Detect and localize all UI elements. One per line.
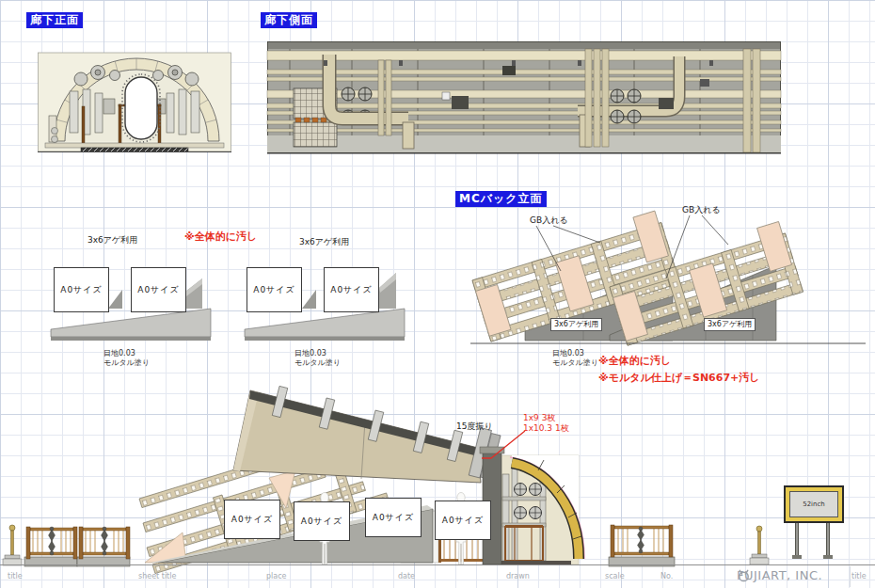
arch-assembly <box>500 455 584 564</box>
view-label-mc-back: MCバック立面 <box>455 191 547 207</box>
step-left-tag: 3x6アゲ利用 <box>88 234 137 246</box>
monitor-frame: 52inch <box>784 485 844 523</box>
view-label-corridor-front: 廊下正面 <box>26 12 83 28</box>
step-left-joint-note: 目地0.03 モルタル塗り <box>103 349 150 368</box>
joint-line1: 目地0.03 <box>552 349 598 358</box>
joint-line1: 目地0.03 <box>103 349 150 358</box>
a0-panel: A0サイズ <box>435 501 491 540</box>
sheet-count-note: 1x9 3枚 1x10.3 1枚 <box>523 413 569 434</box>
view-label-corridor-side: 廊下側面 <box>261 12 317 28</box>
ramp <box>245 309 405 337</box>
field-date: date <box>398 572 415 580</box>
fence-ornament <box>638 527 644 553</box>
mc-wall-tag-right: 3x6アゲ利用 <box>704 318 756 331</box>
step-right-joint-note: 目地0.03 モルタル塗り <box>294 349 341 368</box>
company-logo: FUJIART, INC. <box>737 568 822 582</box>
sheet-count-line2: 1x10.3 1枚 <box>523 423 569 434</box>
joint-line2: モルタル塗り <box>552 358 598 368</box>
gb-note-right: GB入れる <box>682 204 721 216</box>
a0-panel: A0サイズ <box>247 267 302 312</box>
joint-line2: モルタル塗り <box>294 358 341 368</box>
main-elevation-drawing <box>139 384 610 566</box>
mc-red-note-1: ※全体的に汚し <box>598 354 671 368</box>
fence-ornament <box>49 527 108 555</box>
joint-line1: 目地0.03 <box>294 349 341 358</box>
bollard <box>750 526 769 564</box>
field-no: No. <box>660 572 673 580</box>
monitor-screen: 52inch <box>789 491 838 517</box>
field-drawn: drawn <box>506 572 530 580</box>
mc-red-note-2: ※モルタル仕上げ＝SN667+汚し <box>598 371 760 385</box>
step-right-tag: 3x6アゲ利用 <box>299 236 349 248</box>
monitor-foot-right <box>823 555 833 559</box>
hatched-base <box>81 148 188 152</box>
a0-panel: A0サイズ <box>54 267 109 312</box>
monitor-foot-left <box>792 555 802 559</box>
a0-panel: A0サイズ <box>365 498 422 537</box>
step-shadow <box>108 290 122 309</box>
floor-slab <box>45 143 224 148</box>
gb-note-left: GB入れる <box>530 215 568 227</box>
fujiart-logo-icon <box>737 568 751 582</box>
a0-panel: A0サイズ <box>294 501 350 541</box>
tilted-plane <box>233 386 501 483</box>
monitor-leg-left <box>795 523 799 555</box>
fence-left-drawing <box>2 523 134 570</box>
corridor-front-drawing <box>38 50 231 154</box>
a0-panel: A0サイズ <box>131 267 186 312</box>
monitor-leg-right <box>826 523 830 555</box>
mc-joint-note: 目地0.03 モルタル塗り <box>552 349 598 368</box>
fence-right-drawing <box>607 523 776 568</box>
mc-wall-tag-left: 3x6アゲ利用 <box>550 318 602 331</box>
bollard <box>3 525 22 565</box>
capsule-window <box>125 77 157 139</box>
a0-panel: A0サイズ <box>324 267 379 312</box>
title-block-divider <box>850 566 851 587</box>
field-scale: scale <box>605 572 625 580</box>
angle-note: 15度振り <box>456 421 493 433</box>
field-sheet-title: sheet title <box>138 572 176 580</box>
title-block: title sheet title place date drawn scale… <box>0 564 875 588</box>
step-shadow <box>302 290 316 309</box>
a0-panel: A0サイズ <box>224 500 280 539</box>
joint-line2: モルタル塗り <box>103 358 150 368</box>
sheet-count-line1: 1x9 3枚 <box>523 413 569 423</box>
fence-panels <box>24 527 130 566</box>
ramp <box>51 309 211 337</box>
drawing-sheet: 廊下正面 廊下側面 MCバック立面 3x6アゲ利用 ※全体的に汚し 3x6アゲ利… <box>0 0 875 588</box>
step-left-red-note: ※全体的に汚し <box>184 230 257 244</box>
field-place: place <box>266 572 287 580</box>
corridor-side-drawing <box>267 41 781 154</box>
field-title-right: title <box>851 572 867 580</box>
field-title: title <box>8 572 23 580</box>
